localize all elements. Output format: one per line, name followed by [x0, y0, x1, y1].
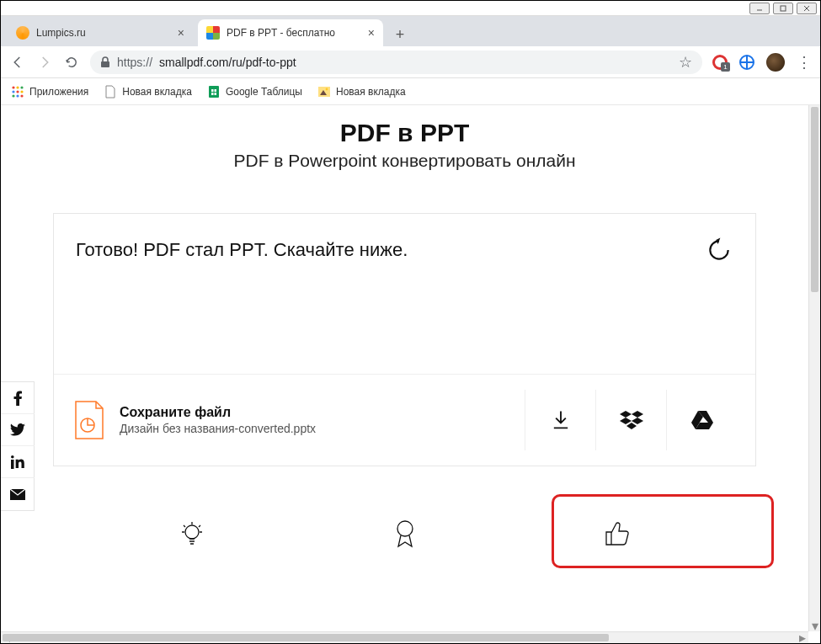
close-icon[interactable]: ×: [368, 26, 375, 40]
scroll-thumb[interactable]: [3, 634, 609, 641]
svg-rect-4: [101, 61, 109, 67]
bookmark-star-icon[interactable]: ☆: [679, 53, 692, 72]
apps-shortcut[interactable]: Приложения: [11, 85, 88, 98]
address-bar[interactable]: https://smallpdf.com/ru/pdf-to-ppt ☆: [90, 51, 702, 74]
horizontal-scrollbar[interactable]: ◂ ▸: [1, 631, 808, 643]
favicon-lumpics: [16, 26, 29, 40]
status-text: Готово! PDF стал PPT. Скачайте ниже.: [76, 239, 408, 261]
extension-badge: 1: [721, 62, 730, 72]
restart-button[interactable]: [705, 236, 733, 264]
feature-icons: [85, 517, 724, 551]
profile-avatar[interactable]: [766, 53, 785, 72]
scroll-thumb[interactable]: [811, 107, 818, 292]
bookmarks-bar: Приложения Новая вкладка Google Таблицы …: [1, 78, 820, 105]
bookmark-newtab1[interactable]: Новая вкладка: [104, 85, 192, 98]
translate-icon[interactable]: [739, 55, 754, 70]
google-drive-button[interactable]: [666, 390, 737, 450]
pptx-file-icon: [72, 400, 106, 440]
close-icon[interactable]: ×: [178, 26, 184, 40]
svg-point-33: [11, 455, 14, 459]
toolbar-right: 1 ⋮: [712, 53, 812, 72]
picture-icon: [317, 85, 331, 98]
svg-marker-26: [626, 423, 637, 429]
sheets-icon: [207, 85, 221, 98]
svg-point-20: [326, 88, 328, 90]
forward-button[interactable]: [36, 54, 53, 71]
svg-point-5: [12, 86, 14, 88]
window-controls: [1, 1, 820, 16]
dropbox-button[interactable]: [595, 390, 666, 450]
svg-point-13: [20, 94, 23, 97]
back-button[interactable]: [9, 54, 26, 71]
share-linkedin[interactable]: [1, 446, 35, 478]
favicon-smallpdf: [206, 26, 220, 40]
bookmark-label: Новая вкладка: [336, 86, 406, 98]
apps-icon: [11, 85, 24, 98]
browser-toolbar: https://smallpdf.com/ru/pdf-to-ppt ☆ 1 ⋮: [1, 46, 820, 78]
svg-point-31: [397, 521, 413, 536]
svg-marker-23: [632, 411, 643, 418]
page-viewport: PDF в PPT PDF в Powerpoint конвертироват…: [1, 105, 820, 643]
svg-point-9: [16, 90, 19, 93]
bookmark-sheets[interactable]: Google Таблицы: [207, 85, 302, 98]
extension-opera-icon[interactable]: 1: [712, 55, 728, 70]
bookmark-newtab2[interactable]: Новая вкладка: [317, 85, 406, 98]
window-minimize-button[interactable]: [749, 3, 770, 14]
tab-title: PDF в PPT - бесплатно: [227, 27, 335, 39]
svg-rect-32: [11, 460, 14, 469]
svg-point-10: [20, 90, 23, 93]
new-tab-button[interactable]: +: [388, 23, 412, 46]
file-text: Сохраните файл Дизайн без названия-conve…: [120, 405, 316, 435]
share-email[interactable]: [1, 478, 35, 510]
browser-menu-button[interactable]: ⋮: [797, 53, 812, 72]
download-buttons: [525, 390, 737, 450]
page-title: PDF в PPT: [35, 119, 775, 147]
save-file-title: Сохраните файл: [120, 405, 316, 420]
vertical-scrollbar[interactable]: ▴ ▾: [808, 105, 820, 631]
share-facebook[interactable]: [1, 382, 35, 414]
window-close-button[interactable]: [797, 3, 817, 14]
page-content: PDF в PPT PDF в Powerpoint конвертироват…: [1, 105, 808, 631]
url-path: smallpdf.com/ru/pdf-to-ppt: [159, 56, 296, 69]
download-button[interactable]: [525, 390, 595, 450]
svg-marker-24: [620, 418, 632, 424]
conversion-panel: Готово! PDF стал PPT. Скачайте ниже. Сох…: [53, 213, 756, 466]
bookmark-label: Новая вкладка: [122, 86, 192, 98]
scroll-down-arrow[interactable]: ▾: [809, 620, 820, 631]
svg-rect-1: [781, 6, 786, 11]
lightbulb-icon: [175, 517, 209, 551]
tab-strip: Lumpics.ru × PDF в PPT - бесплатно × +: [1, 16, 820, 46]
bookmark-label: Google Таблицы: [226, 86, 302, 98]
share-twitter[interactable]: [1, 414, 35, 446]
scroll-right-arrow[interactable]: ▸: [797, 632, 808, 643]
reload-button[interactable]: [63, 54, 80, 71]
svg-point-8: [12, 90, 14, 93]
tab-smallpdf[interactable]: PDF в PPT - бесплатно ×: [198, 19, 383, 46]
svg-point-11: [12, 94, 14, 97]
lock-icon: [100, 56, 110, 68]
svg-point-6: [16, 86, 19, 88]
svg-point-7: [20, 86, 23, 88]
file-icon: [104, 85, 117, 98]
svg-point-30: [185, 525, 199, 539]
url-protocol: https://: [117, 56, 152, 69]
award-icon: [388, 517, 422, 551]
social-share-bar: [1, 381, 35, 511]
svg-point-12: [16, 94, 19, 97]
bookmark-label: Приложения: [29, 86, 88, 98]
svg-marker-22: [620, 411, 632, 418]
svg-marker-25: [632, 418, 643, 424]
thumbsup-icon: [601, 517, 635, 551]
tab-lumpics[interactable]: Lumpics.ru ×: [8, 19, 193, 46]
tab-title: Lumpics.ru: [36, 27, 86, 39]
window-maximize-button[interactable]: [773, 3, 793, 14]
converted-filename: Дизайн без названия-converted.pptx: [120, 422, 316, 435]
file-row: Сохраните файл Дизайн без названия-conve…: [54, 374, 755, 466]
page-subtitle: PDF в Powerpoint конвертировать онлайн: [35, 151, 775, 171]
